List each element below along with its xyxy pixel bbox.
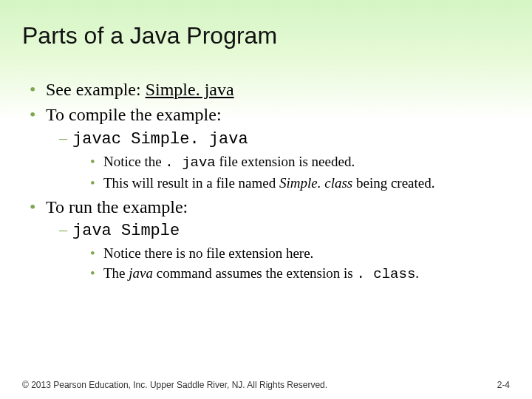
code-text: javac Simple. java — [72, 130, 248, 149]
list-item: See example: Simple. java — [30, 78, 510, 101]
list-item: Notice the . java file extension is need… — [90, 151, 510, 174]
slide-title: Parts of a Java Program — [22, 22, 510, 50]
bullet-list-level2: java Simple Notice there is no file exte… — [59, 219, 510, 285]
list-item: To compile the example: javac Simple. ja… — [30, 103, 510, 193]
list-item: To run the example: java Simple Notice t… — [30, 195, 510, 285]
bullet-list-level1: See example: Simple. java To compile the… — [30, 78, 510, 285]
italic-text: Simple. class — [279, 175, 352, 191]
text: file extension is needed. — [216, 154, 355, 169]
bullet-list-level3: Notice there is no file extension here. … — [90, 243, 510, 285]
text: See example: — [46, 80, 146, 99]
page-number: 2-4 — [497, 380, 510, 390]
text: . — [415, 265, 419, 281]
text: The — [103, 265, 129, 281]
text: command assumes the extension is — [153, 265, 356, 281]
list-item: This will result in a file named Simple.… — [90, 173, 510, 194]
code-text: java Simple — [72, 222, 180, 240]
text: To compile the example: — [46, 105, 222, 124]
italic-text: java — [129, 265, 153, 281]
bullet-list-level2: javac Simple. java Notice the . java fil… — [59, 127, 510, 194]
text: being created. — [352, 175, 434, 191]
list-item: javac Simple. java Notice the . java fil… — [59, 127, 510, 194]
text: To run the example: — [46, 197, 188, 216]
example-link[interactable]: Simple. java — [146, 80, 234, 99]
footer: © 2013 Pearson Education, Inc. Upper Sad… — [22, 380, 510, 390]
copyright-text: © 2013 Pearson Education, Inc. Upper Sad… — [22, 380, 327, 390]
text: Notice there is no file extension here. — [103, 245, 313, 261]
bullet-list-level3: Notice the . java file extension is need… — [90, 151, 510, 194]
list-item: The java command assumes the extension i… — [90, 263, 510, 285]
code-text: . java — [165, 154, 215, 171]
code-text: . class — [356, 266, 415, 282]
list-item: Notice there is no file extension here. — [90, 243, 510, 264]
list-item: java Simple Notice there is no file exte… — [59, 219, 510, 285]
text: Notice the — [103, 154, 165, 169]
text: This will result in a file named — [103, 175, 279, 191]
